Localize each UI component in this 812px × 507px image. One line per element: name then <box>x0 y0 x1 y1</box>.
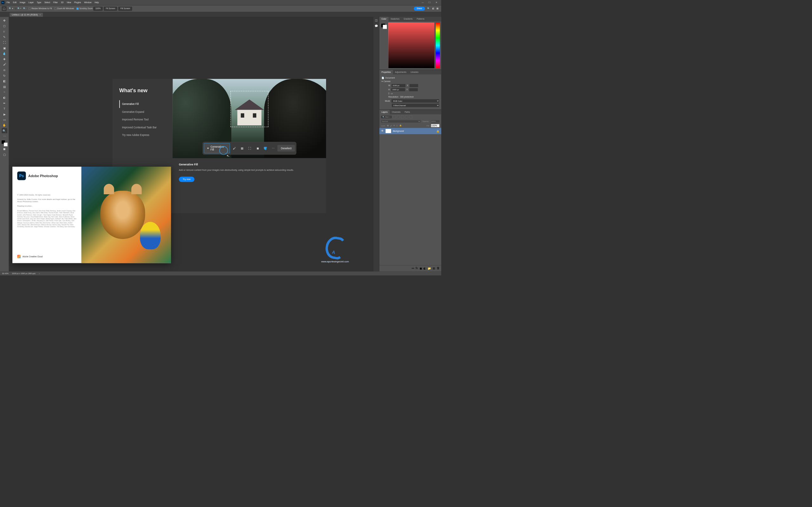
menu-edit[interactable]: Edit <box>13 1 16 4</box>
adjustment-layer-icon[interactable]: ◐ <box>423 267 426 270</box>
gradient-tool-icon[interactable]: ▤ <box>2 84 7 89</box>
workspace-icon[interactable]: ▦ <box>437 7 438 10</box>
brush-tool-icon[interactable]: 🖌 <box>2 62 7 67</box>
layer-mask-icon[interactable]: ◼ <box>420 267 422 270</box>
canvas-section-toggle[interactable]: ▾Canvas <box>382 80 439 83</box>
tab-swatches[interactable]: Swatches <box>389 17 402 21</box>
visibility-toggle-icon[interactable]: 👁 <box>381 130 384 133</box>
close-tab-icon[interactable]: × <box>40 14 41 16</box>
tab-channels[interactable]: Channels <box>390 110 403 114</box>
whats-new-item-generative-expand[interactable]: Generative Expand <box>119 108 166 116</box>
zoom-all-checkbox[interactable] <box>54 8 56 10</box>
filter-smart-icon[interactable] <box>409 115 412 118</box>
share-button[interactable]: Share <box>414 7 425 11</box>
deselect-button[interactable]: Deselect <box>277 145 295 152</box>
new-layer-icon[interactable]: ⊞ <box>433 267 435 270</box>
depth-select[interactable]: 8 Bits/Channel <box>392 104 439 107</box>
zoom-tool-icon[interactable]: 🔍 ▾ <box>9 7 13 10</box>
orient-landscape-icon[interactable]: ▭ <box>391 92 393 95</box>
tab-layers[interactable]: Layers <box>379 110 390 114</box>
layer-thumbnail[interactable] <box>386 129 391 133</box>
try-now-button[interactable]: Try now <box>179 176 194 182</box>
whats-new-item-generative-fill[interactable]: Generative Fill <box>119 100 166 108</box>
pen-tool-icon[interactable]: ✒ <box>2 101 7 106</box>
foreground-background-swatch[interactable] <box>1 140 8 147</box>
brush-icon[interactable]: 🖌 <box>231 145 238 152</box>
delete-layer-icon[interactable]: 🗑 <box>437 267 440 270</box>
status-zoom[interactable]: 32.42% <box>2 273 9 275</box>
y-input[interactable] <box>409 88 418 91</box>
mode-select[interactable]: RGB Color <box>392 99 439 103</box>
eyedropper-tool-icon[interactable]: 💧 <box>2 51 7 56</box>
fill-bucket-icon[interactable]: 🪣 <box>262 145 269 152</box>
layer-name[interactable]: Background <box>393 130 404 132</box>
minimize-icon[interactable]: — <box>419 1 426 4</box>
background-swatch[interactable] <box>383 25 387 29</box>
mask-icon[interactable]: ◼ <box>254 145 261 152</box>
fit-screen-button[interactable]: Fit Screen <box>104 7 117 11</box>
fill-input[interactable] <box>431 124 440 127</box>
menu-3d[interactable]: 3D <box>61 1 63 4</box>
zoom-out-icon[interactable]: 🔍- <box>23 7 26 10</box>
blend-mode-select[interactable]: Normal <box>381 120 420 123</box>
layer-row[interactable]: 👁 Background 🔒 <box>379 128 441 134</box>
text-tool-icon[interactable]: T <box>2 106 7 111</box>
status-docinfo[interactable]: 2100 px x 1500 px (300 ppi) <box>12 273 36 275</box>
menu-file[interactable]: File <box>7 1 10 4</box>
layer-style-icon[interactable]: fx <box>415 267 418 270</box>
opacity-input[interactable] <box>431 120 440 123</box>
cloud-docs-icon[interactable]: ◧ <box>432 7 434 10</box>
lasso-tool-icon[interactable]: ⟀ <box>2 29 7 34</box>
width-input[interactable] <box>392 84 405 87</box>
history-panel-icon[interactable]: ◫ <box>375 19 377 22</box>
menu-filter[interactable]: Filter <box>53 1 58 4</box>
filter-adjust-icon[interactable] <box>397 115 400 118</box>
scrubby-zoom-checkbox[interactable] <box>77 8 79 10</box>
lock-position-icon[interactable]: ✥ <box>393 124 395 127</box>
canvas-area[interactable]: What's new Generative Fill Generative Ex… <box>9 17 373 271</box>
menu-help[interactable]: Help <box>95 1 99 4</box>
tab-libraries[interactable]: Libraries <box>409 70 420 74</box>
frame-tool-icon[interactable]: ▣ <box>2 45 7 50</box>
maximize-icon[interactable]: ☐ <box>426 1 433 4</box>
shape-tool-icon[interactable]: ▭ <box>2 117 7 122</box>
healing-brush-tool-icon[interactable]: ✚ <box>2 56 7 61</box>
tab-adjustments[interactable]: Adjustments <box>393 70 409 74</box>
document-tab[interactable]: Untitled-1 @ 32.4% (RGB/8) × <box>9 13 43 17</box>
tab-properties[interactable]: Properties <box>379 70 393 74</box>
filter-pixel-icon[interactable] <box>393 115 396 118</box>
whats-new-item-remove-tool[interactable]: Improved Remove Tool <box>119 116 166 123</box>
orient-portrait-icon[interactable]: ▯ <box>388 92 390 95</box>
group-layers-icon[interactable]: 📁 <box>427 267 431 270</box>
dodge-tool-icon[interactable]: ◐ <box>2 95 7 100</box>
tab-patterns[interactable]: Patterns <box>415 17 426 21</box>
resize-windows-checkbox[interactable] <box>29 8 31 10</box>
history-brush-tool-icon[interactable]: ↻ <box>2 73 7 78</box>
more-tools-icon[interactable]: ⋯ <box>2 134 7 139</box>
layer-lock-icon[interactable]: 🔒 <box>436 129 440 132</box>
menu-window[interactable]: Window <box>84 1 91 4</box>
x-input[interactable] <box>409 84 418 87</box>
fill-screen-button[interactable]: Fill Screen <box>118 7 132 11</box>
lock-artboard-icon[interactable]: ◫ <box>396 124 398 127</box>
menu-type[interactable]: Type <box>37 1 41 4</box>
link-layers-icon[interactable]: ⚯ <box>412 267 414 270</box>
hand-tool-icon[interactable]: ✋ <box>2 123 7 128</box>
generative-fill-button[interactable]: ✦ Generative Fill ↖ <box>204 143 230 154</box>
screen-mode-icon[interactable]: ▢ <box>2 152 7 157</box>
whats-new-item-adobe-express[interactable]: Try new Adobe Express <box>119 131 166 139</box>
filter-shape-icon[interactable] <box>405 115 408 118</box>
menu-plugins[interactable]: Plugins <box>74 1 81 4</box>
tab-paths[interactable]: Paths <box>403 110 412 114</box>
add-selection-icon[interactable]: ▦ <box>239 145 246 152</box>
path-select-tool-icon[interactable]: ▶ <box>2 112 7 117</box>
menu-layer[interactable]: Layer <box>29 1 34 4</box>
clone-stamp-tool-icon[interactable]: ⧈ <box>2 67 7 72</box>
menu-view[interactable]: View <box>67 1 71 4</box>
menu-select[interactable]: Select <box>44 1 50 4</box>
quick-mask-icon[interactable]: ◼ <box>2 147 7 152</box>
filter-kind[interactable]: 🔍Kind▾ <box>381 116 392 118</box>
marquee-tool-icon[interactable]: ◻ <box>2 23 7 29</box>
height-input[interactable] <box>391 88 405 91</box>
menu-image[interactable]: Image <box>20 1 26 4</box>
